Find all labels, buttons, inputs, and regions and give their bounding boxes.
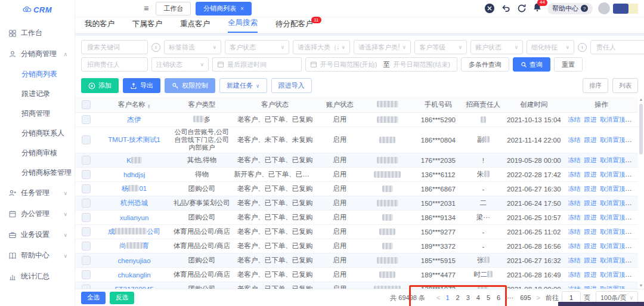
row-op-link[interactable]: 跟进 — [584, 136, 596, 143]
filter-text-input[interactable] — [86, 43, 143, 51]
filter-select[interactable]: 细化特征∨ — [527, 40, 574, 54]
content-tab[interactable]: 待分配客户11 — [275, 19, 313, 33]
invert-selection-button[interactable]: 反选 — [110, 292, 134, 304]
row-op-link[interactable]: 取消置顶 — [600, 228, 625, 235]
row-op-link[interactable]: 冻结 — [568, 256, 580, 264]
refresh-icon[interactable] — [516, 3, 527, 14]
tab-close-icon[interactable]: × — [240, 5, 244, 12]
column-header[interactable]: 账户状态 — [317, 97, 363, 113]
row-checkbox[interactable] — [82, 115, 91, 124]
next-page-icon[interactable]: > — [537, 294, 540, 301]
hamburger-menu-icon[interactable]: ≡ — [144, 4, 148, 13]
customer-name-link[interactable]: xulianyun — [120, 214, 149, 221]
customer-name-link[interactable]: K — [126, 157, 142, 164]
notifications-bell-icon[interactable]: 44 — [532, 2, 542, 14]
page-number[interactable]: 2 — [456, 294, 460, 301]
customer-name-link[interactable]: TMUT-技术测试1 — [108, 136, 160, 143]
row-op-link[interactable]: 跟进 — [584, 228, 596, 235]
undo-icon[interactable] — [500, 3, 511, 14]
sidebar-subitem[interactable]: 招商管理 — [21, 104, 75, 123]
row-op-link[interactable]: 跟进 — [584, 214, 596, 221]
row-op-link[interactable]: 冻结 — [568, 271, 580, 278]
row-op-link[interactable]: 取消置顶 — [600, 136, 625, 143]
row-op-link[interactable]: 冻结 — [568, 136, 580, 143]
customer-name-link[interactable]: chenyujiao — [118, 257, 151, 264]
customer-name-link[interactable]: 杨01 — [122, 185, 147, 192]
customer-name-link[interactable]: 尚育 — [119, 242, 149, 249]
row-op-link[interactable]: 跟进 — [584, 116, 596, 123]
sort-icon[interactable]: ▲▼ — [147, 104, 151, 109]
view-toggle-button[interactable]: 列表 — [612, 78, 638, 93]
row-op-link[interactable]: 取消置顶 — [600, 214, 625, 221]
prev-page-icon[interactable]: < — [436, 294, 440, 301]
page-number[interactable]: 5 — [487, 294, 490, 301]
filter-select[interactable]: 注销状态∨ — [151, 57, 209, 72]
action-button[interactable]: 跟进导入 — [271, 78, 312, 93]
customer-name-link[interactable]: chukanglin — [118, 271, 151, 279]
row-checkbox[interactable] — [82, 213, 91, 222]
sidebar-item[interactable]: 分销商管理∧ — [0, 44, 75, 64]
page-number[interactable]: 695 — [520, 294, 531, 301]
sidebar-item[interactable]: 业务设置∨ — [0, 224, 75, 245]
filter-select[interactable]: 请选择客户类型∨ — [354, 40, 411, 54]
customer-name-link[interactable]: 杭州恐城 — [120, 199, 148, 206]
row-op-link[interactable]: 取消置顶 — [600, 242, 625, 249]
sidebar-subitem[interactable]: 分销商审核 — [21, 143, 75, 163]
action-button[interactable]: 添加 — [81, 78, 119, 93]
content-tab[interactable]: 重点客户 — [180, 19, 210, 33]
row-checkbox[interactable] — [82, 156, 91, 165]
row-op-link[interactable]: 跟进 — [584, 185, 596, 192]
filter-select[interactable]: 客户等级∨ — [414, 40, 467, 54]
filter-button-多条件查询[interactable]: 多条件查询 — [461, 57, 509, 72]
customer-name-link[interactable]: 成公司 — [108, 228, 161, 235]
filter-date[interactable]: 最后跟进时间 — [212, 57, 302, 72]
row-op-link[interactable]: 冻结 — [568, 185, 580, 192]
view-toggle-button[interactable]: 排序 — [583, 78, 608, 93]
select-all-checkbox[interactable] — [82, 100, 91, 109]
nav-tab-inactive[interactable]: 工作台 — [156, 2, 191, 16]
filter-text-input[interactable] — [595, 43, 643, 51]
sidebar-subitem[interactable]: 分销商标签管理 — [21, 163, 75, 183]
avatar[interactable] — [598, 2, 610, 14]
row-checkbox[interactable] — [82, 199, 91, 208]
row-checkbox[interactable] — [82, 285, 91, 289]
row-checkbox[interactable] — [82, 242, 91, 251]
row-op-link[interactable]: 冻结 — [568, 214, 580, 221]
page-number[interactable]: 3 — [466, 294, 470, 301]
row-op-link[interactable]: 冻结 — [568, 171, 580, 178]
action-button[interactable]: 权限控制 — [165, 78, 215, 93]
customer-name-link[interactable]: 杰伊 — [128, 116, 141, 123]
row-checkbox[interactable] — [82, 270, 91, 279]
sidebar-subitem[interactable]: 跟进记录 — [21, 84, 75, 104]
row-op-link[interactable]: 冻结 — [568, 285, 580, 289]
row-op-link[interactable]: 冻结 — [568, 242, 580, 249]
row-op-link[interactable]: 取消置顶 — [600, 171, 625, 178]
row-op-link[interactable]: 冻结 — [568, 228, 580, 235]
content-tab[interactable]: 我的客户 — [85, 19, 114, 33]
row-op-link[interactable]: 冻结 — [568, 116, 580, 123]
row-op-link[interactable]: 跟进 — [584, 285, 596, 289]
sidebar-subitem[interactable]: 分销商联系人 — [21, 123, 75, 143]
row-op-link[interactable]: 取消置顶 — [600, 199, 625, 206]
row-op-link[interactable]: 跟进 — [584, 271, 596, 278]
column-header[interactable]: 招商责任人 — [463, 97, 503, 113]
close-circle-icon[interactable] — [484, 3, 495, 14]
content-tab[interactable]: 全局搜索 — [228, 18, 258, 33]
row-op-link[interactable]: 冻结 — [568, 199, 580, 206]
row-op-link[interactable]: 取消置顶 — [600, 156, 625, 163]
sidebar-item[interactable]: 工作台 — [0, 23, 75, 44]
column-header[interactable]: 操作 — [565, 97, 638, 113]
scroll-down-icon[interactable]: ▼ — [639, 283, 643, 289]
action-button[interactable]: 新建任务∨ — [219, 78, 267, 93]
sidebar-item[interactable]: 任务管理∨ — [0, 183, 75, 203]
row-op-link[interactable]: 取消置顶 — [600, 256, 625, 264]
sidebar-item[interactable]: 帮助中心∨ — [0, 245, 75, 266]
customer-name-link[interactable]: FT31700045 — [115, 286, 154, 289]
scroll-thumb[interactable] — [639, 104, 643, 154]
column-header[interactable]: 创建时间 — [503, 97, 565, 113]
help-center-button[interactable]: 帮助中心 ? — [547, 3, 593, 14]
row-op-link[interactable]: 取消置顶 — [600, 285, 625, 289]
customer-name-link[interactable]: hdhdjsj — [123, 171, 145, 178]
action-button[interactable]: 导出 — [123, 78, 160, 93]
scroll-up-icon[interactable]: ▲ — [639, 97, 643, 103]
